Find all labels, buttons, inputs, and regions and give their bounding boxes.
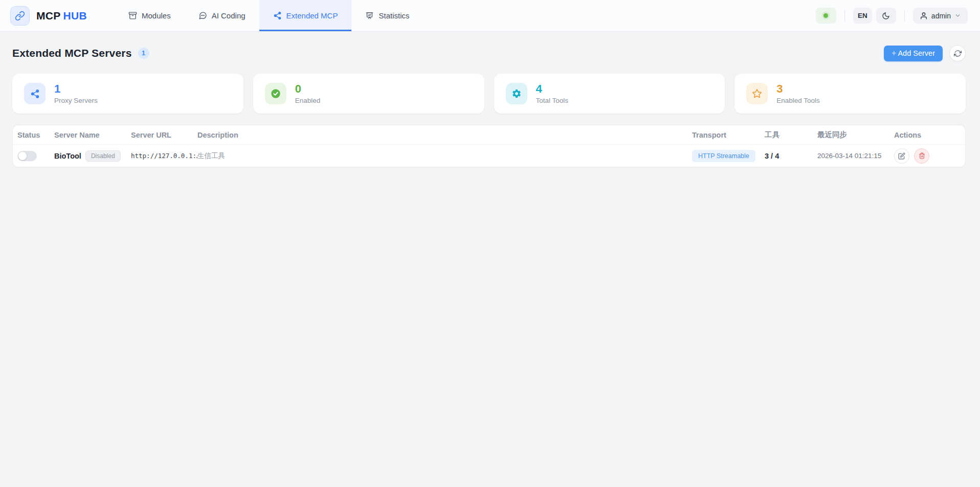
moon-icon bbox=[882, 12, 890, 20]
row-actions bbox=[894, 148, 929, 164]
stat-card-total-tools: 4 Total Tools bbox=[494, 74, 725, 114]
app-title: MCPHUB bbox=[36, 10, 87, 22]
app-title-primary: MCP bbox=[36, 10, 61, 21]
tab-label: Statistics bbox=[378, 11, 409, 20]
gear-icon bbox=[506, 83, 527, 104]
table-row: BioTool Disabled http://127.0.0.1:… 生信工具… bbox=[13, 145, 965, 167]
main-nav: Modules AI Coding Extended MCP bbox=[115, 0, 423, 31]
tab-modules[interactable]: Modules bbox=[115, 0, 185, 31]
add-server-button[interactable]: + Add Server bbox=[884, 46, 943, 61]
column-header-server-url: Server URL bbox=[131, 131, 197, 139]
stat-label: Total Tools bbox=[536, 97, 569, 104]
last-sync-timestamp: 2026-03-14 01:21:15 bbox=[817, 152, 881, 160]
column-header-last-sync: 最近同步 bbox=[817, 130, 894, 140]
tab-label: Extended MCP bbox=[286, 11, 338, 20]
connection-status-button[interactable] bbox=[816, 8, 836, 24]
add-server-label: Add Server bbox=[898, 49, 935, 57]
server-enable-toggle[interactable] bbox=[17, 151, 37, 161]
disabled-state-badge: Disabled bbox=[85, 150, 121, 162]
stat-value: 0 bbox=[295, 83, 321, 95]
server-name: BioTool bbox=[54, 152, 81, 160]
top-navbar: MCPHUB Modules AI Coding bbox=[0, 0, 980, 32]
tab-extended-mcp[interactable]: Extended MCP bbox=[259, 0, 352, 31]
stats-cards: 1 Proxy Servers 0 Enabled bbox=[12, 74, 966, 114]
main-content: Extended MCP Servers 1 + Add Server bbox=[0, 45, 980, 167]
edit-server-button[interactable] bbox=[894, 148, 909, 164]
tools-count: 3 / 4 bbox=[765, 152, 779, 160]
column-header-status: Status bbox=[17, 131, 54, 139]
description-cell: 生信工具 bbox=[197, 151, 692, 161]
chain-link-icon bbox=[15, 11, 25, 21]
column-header-server-name: Server Name bbox=[54, 131, 131, 139]
column-header-actions: Actions bbox=[894, 131, 961, 139]
server-url-cell: http://127.0.0.1:… bbox=[131, 152, 197, 160]
chat-bubble-icon bbox=[198, 11, 207, 20]
stat-value: 4 bbox=[536, 83, 569, 95]
stat-label: Enabled bbox=[295, 97, 321, 104]
refresh-icon bbox=[954, 50, 962, 57]
app-title-secondary: HUB bbox=[63, 10, 87, 21]
user-menu-button[interactable]: admin bbox=[913, 8, 968, 24]
column-header-tools: 工具 bbox=[765, 130, 817, 140]
user-icon bbox=[920, 12, 928, 20]
tab-ai-coding[interactable]: AI Coding bbox=[185, 0, 259, 31]
chevron-down-icon bbox=[954, 12, 961, 19]
page-header: Extended MCP Servers 1 + Add Server bbox=[12, 45, 966, 61]
online-status-dot-icon bbox=[823, 13, 828, 18]
presentation-chart-icon bbox=[365, 11, 374, 20]
package-icon bbox=[128, 11, 137, 20]
username-label: admin bbox=[931, 12, 951, 20]
stat-value: 3 bbox=[776, 83, 820, 95]
page-title: Extended MCP Servers bbox=[12, 47, 132, 59]
share-icon bbox=[24, 83, 46, 104]
status-cell bbox=[17, 151, 54, 161]
share-icon bbox=[273, 11, 282, 20]
tab-label: Modules bbox=[142, 11, 171, 20]
actions-cell bbox=[894, 148, 961, 164]
page-header-actions: + Add Server bbox=[884, 45, 966, 61]
stat-label: Proxy Servers bbox=[54, 97, 98, 104]
edit-pencil-icon bbox=[898, 152, 905, 160]
column-header-description: Description bbox=[197, 131, 692, 139]
stat-label: Enabled Tools bbox=[776, 97, 820, 104]
tools-cell: 3 / 4 bbox=[765, 152, 817, 160]
dark-mode-button[interactable] bbox=[876, 8, 896, 24]
delete-server-button[interactable] bbox=[914, 148, 929, 164]
column-header-transport: Transport bbox=[692, 131, 765, 139]
table-header-row: Status Server Name Server URL Descriptio… bbox=[13, 125, 965, 145]
transport-cell: HTTP Streamable bbox=[692, 150, 765, 162]
app-logo bbox=[10, 6, 30, 26]
transport-badge: HTTP Streamable bbox=[692, 150, 755, 162]
check-circle-icon bbox=[265, 83, 286, 104]
server-description: 生信工具 bbox=[197, 151, 225, 161]
server-count-badge: 1 bbox=[138, 48, 149, 59]
tab-label: AI Coding bbox=[212, 11, 246, 20]
stat-card-enabled-tools: 3 Enabled Tools bbox=[734, 74, 966, 114]
servers-table: Status Server Name Server URL Descriptio… bbox=[12, 125, 966, 167]
plus-icon: + bbox=[892, 49, 896, 58]
language-button[interactable]: EN bbox=[853, 8, 872, 24]
divider bbox=[844, 10, 845, 21]
server-url: http://127.0.0.1:… bbox=[131, 152, 197, 160]
last-sync-cell: 2026-03-14 01:21:15 bbox=[817, 152, 894, 160]
star-icon bbox=[746, 83, 768, 104]
refresh-button[interactable] bbox=[949, 45, 966, 61]
brand: MCPHUB bbox=[10, 0, 87, 31]
navbar-right-controls: EN admin bbox=[816, 0, 968, 31]
server-name-cell: BioTool Disabled bbox=[54, 150, 131, 162]
tab-statistics[interactable]: Statistics bbox=[351, 0, 423, 31]
stat-card-enabled: 0 Enabled bbox=[253, 74, 484, 114]
trash-icon bbox=[919, 152, 925, 159]
stat-value: 1 bbox=[54, 83, 98, 95]
divider bbox=[904, 10, 905, 21]
toggle-knob bbox=[18, 152, 27, 160]
stat-card-proxy-servers: 1 Proxy Servers bbox=[12, 74, 243, 114]
